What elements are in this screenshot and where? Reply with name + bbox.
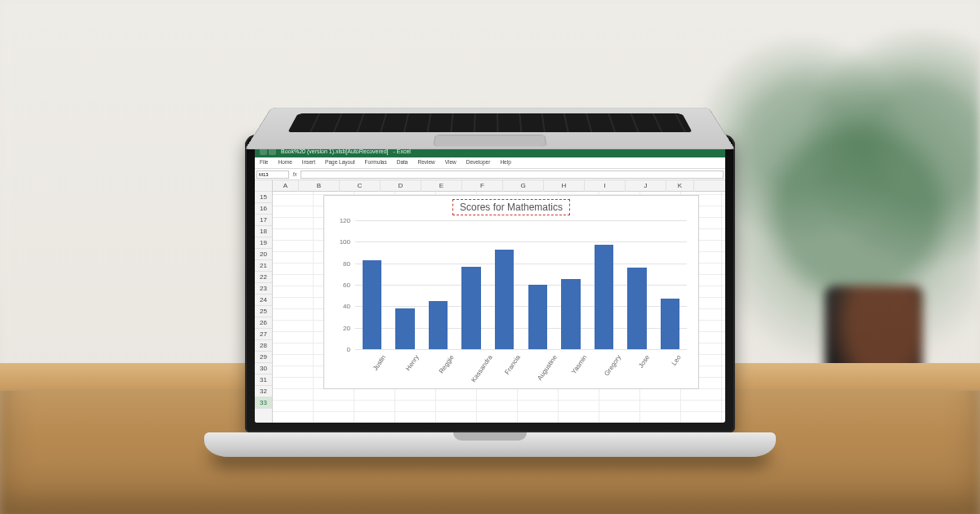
ribbon-tab-view[interactable]: View	[440, 157, 461, 168]
plot-area[interactable]	[355, 220, 687, 349]
row-header-23[interactable]: 23	[255, 283, 272, 295]
row-header-28[interactable]: 28	[255, 340, 272, 352]
col-header-K[interactable]: K	[666, 180, 694, 192]
row-header-24[interactable]: 24	[255, 295, 272, 306]
keyboard	[287, 113, 693, 132]
row-header-15[interactable]: 15	[255, 192, 272, 203]
bar-reggie[interactable]	[429, 301, 448, 349]
row-header-29[interactable]: 29	[255, 352, 272, 363]
ytick-100: 100	[340, 238, 350, 246]
col-header-H[interactable]: H	[544, 180, 585, 192]
row-header-16[interactable]: 16	[255, 203, 272, 215]
row-header-31[interactable]: 31	[255, 374, 272, 386]
ribbon-tab-home[interactable]: Home	[273, 157, 296, 168]
xlabel-justin: Justin	[372, 354, 387, 372]
col-header-D[interactable]: D	[381, 180, 421, 192]
ribbon-tab-file[interactable]: File	[255, 157, 273, 168]
laptop: Book%20 (version 1).xlsb[AutoRecovered] …	[204, 135, 776, 457]
scene-photo: Book%20 (version 1).xlsb[AutoRecovered] …	[0, 0, 980, 514]
ytick-60: 60	[343, 281, 350, 289]
ytick-40: 40	[343, 303, 350, 310]
ribbon-tabs: FileHomeInsertPage LayoutFormulasDataRev…	[255, 157, 725, 169]
col-header-J[interactable]: J	[626, 180, 666, 192]
xlabel-leo: Leo	[670, 354, 683, 367]
ytick-20: 20	[343, 324, 350, 331]
xlabel-gregory: Gregory	[603, 354, 622, 378]
col-header-I[interactable]: I	[585, 180, 626, 192]
y-axis-labels: 020406080100120	[327, 220, 352, 349]
excel-window: Book%20 (version 1).xlsb[AutoRecovered] …	[255, 144, 725, 423]
ytick-0: 0	[347, 346, 350, 353]
row-headers[interactable]: 15161718192021222324252627282930313233	[255, 180, 273, 423]
formula-bar: M13 fx	[255, 169, 725, 180]
row-header-25[interactable]: 25	[255, 306, 272, 317]
laptop-base	[204, 432, 776, 457]
row-header-32[interactable]: 32	[255, 386, 272, 397]
bar-kassandra[interactable]	[461, 267, 481, 349]
chart-title[interactable]: Scores for Mathematics	[452, 199, 570, 215]
laptop-lid: Book%20 (version 1).xlsb[AutoRecovered] …	[245, 135, 735, 432]
row-header-20[interactable]: 20	[255, 249, 272, 260]
worksheet[interactable]: 15161718192021222324252627282930313233 A…	[255, 180, 725, 423]
bar-henry[interactable]	[395, 308, 415, 349]
ytick-120: 120	[340, 217, 350, 224]
formula-input[interactable]	[301, 171, 724, 179]
bar-justin[interactable]	[363, 260, 382, 349]
xlabel-yasmin: Yasmin	[570, 354, 588, 376]
col-header-A[interactable]: A	[273, 180, 299, 192]
ribbon-tab-review[interactable]: Review	[412, 157, 439, 168]
column-headers[interactable]: ABCDEFGHIJK	[273, 180, 725, 192]
x-axis-labels: JustinHenryReggieKassandraFranciaAugusti…	[355, 349, 687, 387]
row-header-17[interactable]: 17	[255, 215, 272, 226]
bar-series	[355, 220, 687, 349]
bar-gregory[interactable]	[595, 245, 614, 349]
ribbon-tab-help[interactable]: Help	[495, 157, 515, 168]
row-header-22[interactable]: 22	[255, 272, 272, 283]
fx-icon[interactable]: fx	[291, 171, 299, 177]
laptop-notch	[453, 432, 527, 441]
name-box[interactable]: M13	[256, 171, 289, 179]
row-header-18[interactable]: 18	[255, 226, 272, 237]
row-header-27[interactable]: 27	[255, 329, 272, 340]
bar-jose[interactable]	[627, 268, 647, 349]
ribbon-tab-page-layout[interactable]: Page Layout	[320, 157, 360, 168]
ytick-80: 80	[343, 259, 350, 267]
row-header-26[interactable]: 26	[255, 317, 272, 329]
bar-francia[interactable]	[495, 250, 514, 349]
xlabel-jose: Jose	[637, 354, 651, 370]
ribbon-tab-insert[interactable]: Insert	[297, 157, 320, 168]
grid-area[interactable]: ABCDEFGHIJK Scores for Mathematics 02040…	[273, 180, 725, 423]
name-box-value: M13	[259, 172, 269, 177]
row-header-30[interactable]: 30	[255, 363, 272, 374]
row-header-33[interactable]: 33	[255, 397, 272, 409]
col-header-F[interactable]: F	[462, 180, 503, 192]
col-header-C[interactable]: C	[340, 180, 381, 192]
xlabel-reggie: Reggie	[438, 354, 456, 375]
trackpad	[434, 135, 547, 146]
ribbon-tab-formulas[interactable]: Formulas	[360, 157, 392, 168]
col-header-G[interactable]: G	[503, 180, 544, 192]
ribbon-tab-data[interactable]: Data	[392, 157, 413, 168]
xlabel-henry: Henry	[404, 354, 421, 373]
col-header-B[interactable]: B	[299, 180, 340, 192]
ribbon-tab-developer[interactable]: Developer	[461, 157, 496, 168]
laptop-keyboard-deck	[245, 61, 735, 149]
xlabel-francia: Francia	[504, 354, 523, 376]
col-header-E[interactable]: E	[421, 180, 462, 192]
bar-leo[interactable]	[661, 299, 680, 349]
row-header-19[interactable]: 19	[255, 237, 272, 249]
row-header-21[interactable]: 21	[255, 260, 272, 272]
embedded-chart[interactable]: Scores for Mathematics 020406080100120 J…	[323, 195, 699, 389]
bar-augustine[interactable]	[528, 285, 548, 349]
bar-yasmin[interactable]	[561, 279, 581, 349]
